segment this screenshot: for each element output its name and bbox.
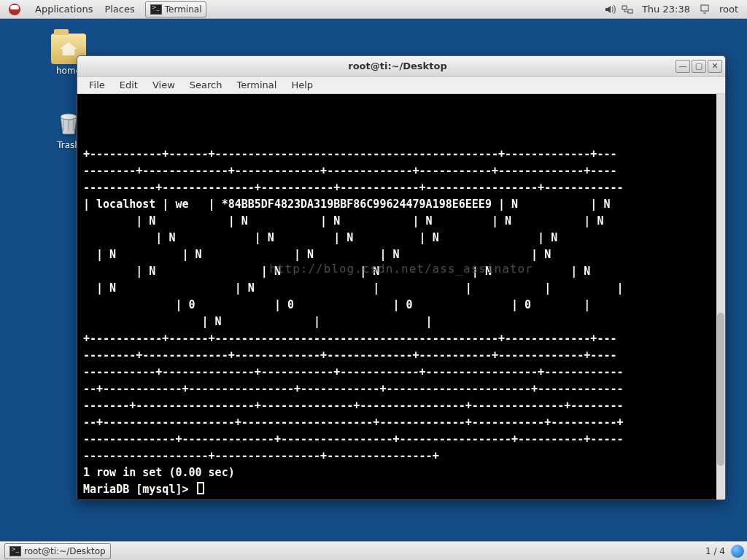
panel-left: Applications Places Terminal xyxy=(3,0,206,19)
menu-file[interactable]: File xyxy=(82,79,112,90)
terminal-lines: +-----------+------+--------------------… xyxy=(83,146,719,498)
workspace-indicator[interactable]: 1 / 4 xyxy=(705,546,725,556)
panel-right: Thu 23:38 root xyxy=(601,0,744,19)
applications-menu[interactable]: Applications xyxy=(29,0,98,19)
window-titlebar[interactable]: root@ti:~/Desktop — ▢ ✕ xyxy=(77,56,725,77)
menu-search[interactable]: Search xyxy=(182,79,230,90)
svg-point-3 xyxy=(61,114,77,120)
top-panel: Applications Places Terminal Thu 23:38 r… xyxy=(0,0,747,19)
menu-edit[interactable]: Edit xyxy=(112,79,145,90)
watermark-text: http://blog.csdn.net/ass_assinator xyxy=(77,260,725,277)
bottom-panel: root@ti:~/Desktop 1 / 4 xyxy=(0,541,747,560)
svg-rect-1 xyxy=(628,9,632,13)
user-menu[interactable]: root xyxy=(713,0,744,19)
terminal-window: root@ti:~/Desktop — ▢ ✕ File Edit View S… xyxy=(77,55,726,500)
terminal-icon xyxy=(150,4,162,15)
bottom-task-button[interactable]: root@ti:~/Desktop xyxy=(4,543,111,559)
terminal-output[interactable]: http://blog.csdn.net/ass_assinator +----… xyxy=(77,94,725,499)
taskbar-terminal-button[interactable]: Terminal xyxy=(145,1,207,18)
maximize-button[interactable]: ▢ xyxy=(692,60,706,73)
menu-view[interactable]: View xyxy=(145,79,182,90)
show-desktop-icon[interactable] xyxy=(731,545,744,558)
scrollbar-thumb[interactable] xyxy=(717,313,724,466)
bottom-task-label: root@ti:~/Desktop xyxy=(24,546,106,556)
taskbar-terminal-label: Terminal xyxy=(165,4,202,15)
clock[interactable]: Thu 23:38 xyxy=(636,0,696,19)
menu-terminal[interactable]: Terminal xyxy=(229,79,284,90)
fedora-menu-icon[interactable] xyxy=(3,0,29,19)
close-button[interactable]: ✕ xyxy=(708,60,722,73)
volume-icon[interactable] xyxy=(603,3,616,16)
minimize-button[interactable]: — xyxy=(676,60,690,73)
menu-help[interactable]: Help xyxy=(284,79,320,90)
window-controls: — ▢ ✕ xyxy=(674,60,725,73)
terminal-icon xyxy=(9,546,21,556)
menubar: File Edit View Search Terminal Help xyxy=(77,77,725,94)
svg-rect-2 xyxy=(701,5,708,11)
svg-rect-0 xyxy=(622,6,627,9)
window-title: root@ti:~/Desktop xyxy=(121,61,674,71)
network-icon[interactable] xyxy=(621,3,634,16)
terminal-scrollbar[interactable] xyxy=(716,94,725,499)
user-icon xyxy=(698,3,711,16)
places-menu[interactable]: Places xyxy=(98,0,140,19)
